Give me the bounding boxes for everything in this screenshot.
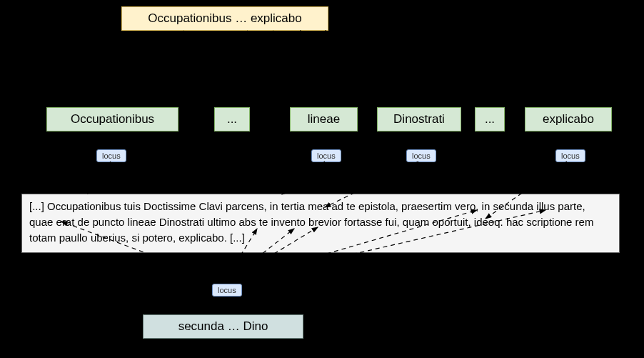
header-box: Occupationibus … explicabo — [121, 6, 328, 31]
word-label: ... — [485, 112, 495, 126]
paragraph-box: [...] Occupationibus tuis Doctissime Cla… — [21, 194, 620, 253]
word-lineae: lineae — [290, 107, 358, 131]
word-label: Dinostrati — [393, 112, 445, 126]
word-explicabo: explicabo — [525, 107, 612, 131]
bottom-box: secunda … Dino — [143, 314, 303, 339]
edges-overlay — [0, 0, 644, 358]
locus-badge-2: locus — [311, 149, 341, 162]
header-title: Occupationibus … explicabo — [148, 11, 301, 26]
word-ellipsis-2: ... — [475, 107, 505, 131]
locus-badge-bottom: locus — [212, 284, 242, 297]
paragraph-text: [...] Occupationibus tuis Doctissime Cla… — [29, 200, 593, 244]
word-dinostrati: Dinostrati — [377, 107, 461, 131]
word-occupationibus: Occupationibus — [46, 107, 178, 131]
locus-badge-3: locus — [406, 149, 436, 162]
word-label: Occupationibus — [71, 112, 154, 126]
locus-badge-4: locus — [555, 149, 585, 162]
bottom-title: secunda … Dino — [178, 319, 268, 334]
word-label: ... — [227, 112, 237, 126]
word-ellipsis-1: ... — [214, 107, 250, 131]
word-label: lineae — [308, 112, 340, 126]
locus-badge-1: locus — [96, 149, 126, 162]
word-label: explicabo — [543, 112, 594, 126]
